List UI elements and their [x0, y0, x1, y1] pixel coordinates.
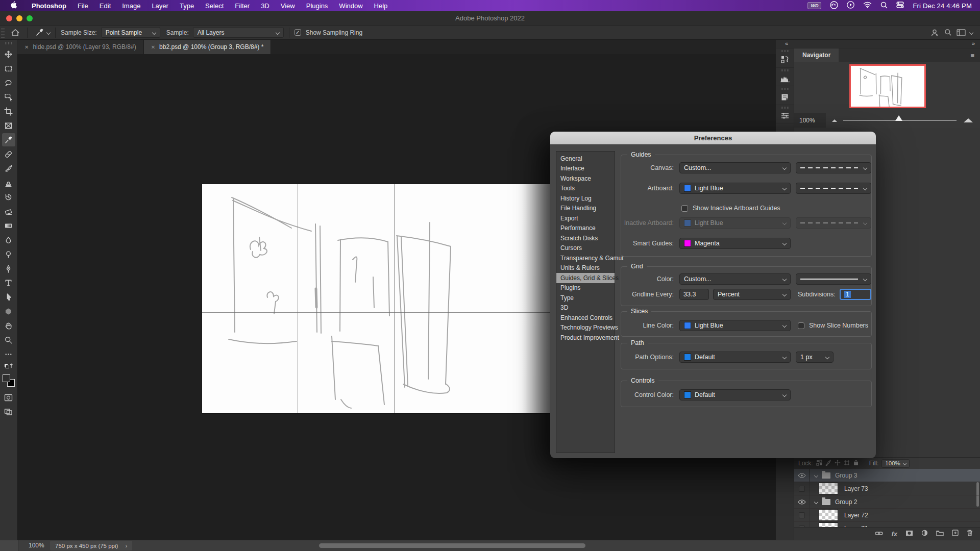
group-expand-chevron-icon[interactable]: [814, 499, 818, 504]
wifi-icon[interactable]: [863, 2, 872, 10]
pref-item-performance[interactable]: Performance: [556, 223, 615, 234]
pref-item-guides-grid-slices[interactable]: Guides, Grid & Slices: [556, 273, 615, 283]
pref-item-interface[interactable]: Interface: [556, 164, 615, 174]
tool-eyedropper[interactable]: [2, 133, 15, 146]
subdivisions-input[interactable]: 1: [840, 289, 871, 300]
tool-shape[interactable]: [2, 305, 15, 318]
visibility-toggle[interactable]: [794, 469, 810, 482]
workspace-switcher-icon[interactable]: [954, 27, 968, 38]
options-bar-grip[interactable]: [1, 28, 5, 38]
status-chevron-icon[interactable]: ›: [125, 543, 127, 549]
layer-mask-icon[interactable]: [905, 530, 913, 538]
menu-bar-clock[interactable]: Fri Dec 24 4:46 PM: [913, 2, 972, 10]
menu-help[interactable]: Help: [369, 2, 394, 10]
control-center-icon[interactable]: [896, 2, 904, 10]
tool-brush[interactable]: [2, 162, 15, 175]
pref-item-scratch-disks[interactable]: Scratch Disks: [556, 233, 615, 243]
navigator-zoom-value[interactable]: 100%: [794, 113, 826, 128]
gridline-unit-dropdown[interactable]: Percent: [713, 289, 791, 300]
tools-panel-grip[interactable]: [5, 42, 12, 44]
menu-edit[interactable]: Edit: [94, 2, 116, 10]
lock-all-icon[interactable]: [853, 460, 859, 467]
tool-dodge[interactable]: [2, 247, 15, 261]
document-tab-hide-psd[interactable]: ✕ hide.psd @ 100% (Layer 93, RGB/8#): [17, 40, 144, 54]
document-info[interactable]: 750 px x 450 px (75 ppi) ›: [50, 541, 132, 550]
tool-move[interactable]: [2, 47, 15, 61]
pref-item-plugins[interactable]: Plugins: [556, 283, 615, 293]
document-tab-bb2-psd[interactable]: ✕ bb2.psd @ 100% (Group 3, RGB/8#) *: [144, 40, 272, 54]
navigator-proxy-view[interactable]: [849, 64, 926, 108]
navigator-zoom-slider[interactable]: [843, 120, 957, 121]
menu-file[interactable]: File: [72, 2, 94, 10]
screen-mode-icon[interactable]: [2, 405, 15, 418]
pref-item-general[interactable]: General: [556, 154, 615, 164]
canvas-guide-color-dropdown[interactable]: Custom...: [679, 162, 791, 173]
pref-item-workspace[interactable]: Workspace: [556, 173, 615, 184]
pref-item-file-handling[interactable]: File Handling: [556, 204, 615, 214]
pref-item-history-log[interactable]: History Log: [556, 193, 615, 204]
menu-image[interactable]: Image: [116, 2, 146, 10]
lock-artboard-icon[interactable]: [844, 460, 850, 467]
tool-crop[interactable]: [2, 105, 15, 118]
layer-name[interactable]: Layer 73: [844, 485, 868, 492]
new-group-icon[interactable]: [936, 530, 944, 538]
pref-item-transparency-gamut[interactable]: Transparency & Gamut: [556, 253, 615, 263]
tool-history-brush[interactable]: [2, 190, 15, 204]
layer-name[interactable]: Group 2: [835, 498, 857, 506]
search-icon[interactable]: [941, 27, 954, 38]
wd-drive-icon[interactable]: WD: [807, 2, 821, 9]
panel-icon-notes[interactable]: [776, 86, 794, 105]
visibility-toggle[interactable]: [794, 495, 810, 508]
layer-row-group-3[interactable]: Group 3: [794, 469, 980, 482]
inactive-artboard-style-dropdown[interactable]: [796, 217, 871, 229]
tool-type[interactable]: [2, 276, 15, 289]
lock-position-icon[interactable]: [835, 460, 841, 467]
path-options-dropdown[interactable]: Default: [679, 352, 791, 363]
sample-dropdown[interactable]: All Layers: [193, 27, 284, 38]
apple-logo-icon[interactable]: [10, 1, 17, 10]
tool-eraser[interactable]: [2, 205, 15, 218]
adjustment-layer-icon[interactable]: [921, 530, 928, 538]
path-width-dropdown[interactable]: 1 px: [796, 352, 834, 363]
window-close-button[interactable]: [6, 15, 12, 21]
window-zoom-button[interactable]: [27, 15, 33, 21]
tool-pen[interactable]: [2, 262, 15, 275]
menu-window[interactable]: Window: [333, 2, 368, 10]
delete-layer-icon[interactable]: [967, 530, 973, 538]
pref-item-type[interactable]: Type: [556, 293, 615, 303]
layer-row-layer-73[interactable]: Layer 73: [794, 482, 980, 495]
inactive-artboard-color-dropdown[interactable]: Light Blue: [679, 217, 791, 229]
workspace-chevron-icon[interactable]: [969, 30, 973, 34]
preferences-dialog-title[interactable]: Preferences: [550, 132, 876, 144]
tool-blur[interactable]: [2, 233, 15, 246]
visibility-toggle[interactable]: [794, 482, 810, 495]
slice-line-color-dropdown[interactable]: Light Blue: [679, 320, 791, 331]
pref-item-technology-previews[interactable]: Technology Previews: [556, 323, 615, 333]
fill-value-dropdown[interactable]: 100%: [881, 459, 909, 468]
tool-hand[interactable]: [2, 319, 15, 332]
tool-preset-chevron-icon[interactable]: [46, 30, 51, 34]
link-layers-icon[interactable]: [875, 530, 883, 537]
pref-item-3d[interactable]: 3D: [556, 303, 615, 313]
eyedropper-tool-preset-icon[interactable]: [33, 27, 46, 38]
tool-clone-stamp[interactable]: [2, 176, 15, 189]
tool-gradient[interactable]: [2, 219, 15, 232]
layer-name[interactable]: Group 3: [835, 472, 857, 479]
panel-menu-icon[interactable]: ≡: [970, 52, 975, 59]
quick-mask-icon[interactable]: [2, 391, 15, 404]
pref-item-export[interactable]: Export: [556, 213, 615, 223]
tool-zoom[interactable]: [2, 333, 15, 346]
tab-close-icon[interactable]: ✕: [24, 44, 29, 50]
expand-panels-icon[interactable]: »: [972, 40, 975, 46]
control-color-dropdown[interactable]: Default: [679, 389, 791, 400]
layer-name[interactable]: Layer 72: [844, 512, 868, 519]
tool-lasso[interactable]: [2, 76, 15, 89]
tool-rectangular-marquee[interactable]: [2, 62, 15, 75]
smart-guides-color-dropdown[interactable]: Magenta: [679, 238, 791, 249]
tool-spot-healing-brush[interactable]: [2, 147, 15, 161]
foreground-color-swatch[interactable]: [3, 374, 10, 382]
tool-frame[interactable]: [2, 119, 15, 132]
pref-item-tools[interactable]: Tools: [556, 184, 615, 194]
pref-item-cursors[interactable]: Cursors: [556, 243, 615, 254]
tools-ellipsis-icon[interactable]: [2, 347, 15, 361]
